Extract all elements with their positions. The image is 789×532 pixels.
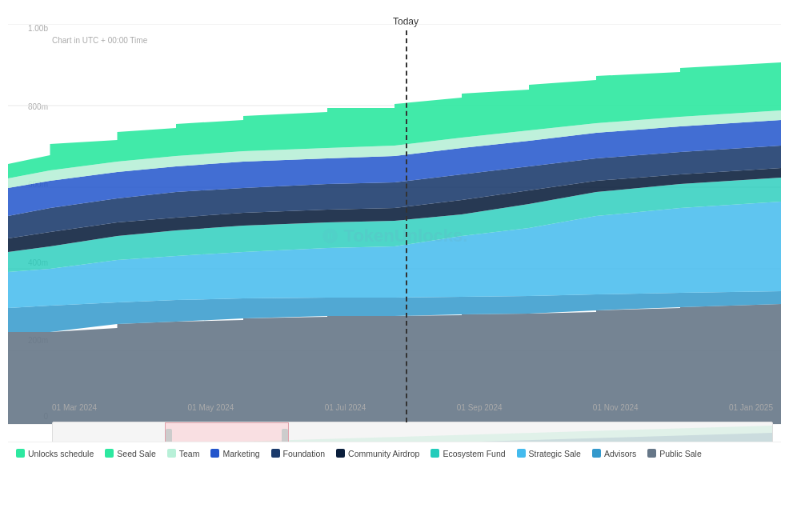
x-label-jan2025: 01 Jan 2025	[729, 403, 773, 412]
today-line	[406, 30, 407, 422]
legend-label-team: Team	[179, 449, 200, 458]
legend-item-marketing: Marketing	[210, 449, 259, 458]
chart-svg	[8, 24, 781, 432]
legend-item-community: Community Airdrop	[336, 449, 419, 458]
legend-label-community: Community Airdrop	[348, 449, 419, 458]
legend-label-marketing: Marketing	[222, 449, 259, 458]
legend-item-foundation: Foundation	[271, 449, 326, 458]
legend-item-advisors: Advisors	[592, 449, 636, 458]
x-axis: 01 Mar 2024 01 May 2024 01 Jul 2024 01 S…	[52, 403, 773, 412]
legend-item-team: Team	[167, 449, 200, 458]
chart-area: 1.00b 800m 600m 400m 200m 0 Today Chart …	[8, 8, 781, 464]
legend-dot-community	[336, 449, 345, 458]
legend-label-ecosystem: Ecosystem Fund	[443, 449, 505, 458]
legend-item-ecosystem: Ecosystem Fund	[431, 449, 505, 458]
legend-dot-marketing	[210, 449, 219, 458]
x-label-jul2024: 01 Jul 2024	[325, 403, 366, 412]
legend-dot-public	[647, 449, 656, 458]
legend-label-advisors: Advisors	[604, 449, 636, 458]
legend-dot-advisors	[592, 449, 601, 458]
legend-item-strategic: Strategic Sale	[517, 449, 581, 458]
legend-label-seed: Seed Sale	[117, 449, 155, 458]
legend-item-public: Public Sale	[647, 449, 702, 458]
legend-dot-team	[167, 449, 176, 458]
chart-container: 1.00b 800m 600m 400m 200m 0 Today Chart …	[0, 0, 789, 532]
x-label-nov2024: 01 Nov 2024	[593, 403, 639, 412]
legend-label-public: Public Sale	[659, 449, 702, 458]
legend-dot-foundation	[271, 449, 280, 458]
legend-item-unlocks: Unlocks schedule	[16, 449, 94, 458]
legend-dot-unlocks	[16, 449, 25, 458]
legend-dot-strategic	[517, 449, 526, 458]
x-label-sep2024: 01 Sep 2024	[457, 403, 503, 412]
legend-label-foundation: Foundation	[283, 449, 326, 458]
legend-label-strategic: Strategic Sale	[529, 449, 581, 458]
legend-dot-seed	[105, 449, 114, 458]
legend-dot-ecosystem	[431, 449, 439, 458]
legend-item-seed: Seed Sale	[105, 449, 155, 458]
x-label-may2024: 01 May 2024	[188, 403, 234, 412]
x-label-mar2024: 01 Mar 2024	[52, 403, 97, 412]
legend: Unlocks schedule Seed Sale Team Marketin…	[8, 442, 781, 464]
legend-label-unlocks: Unlocks schedule	[28, 449, 94, 458]
